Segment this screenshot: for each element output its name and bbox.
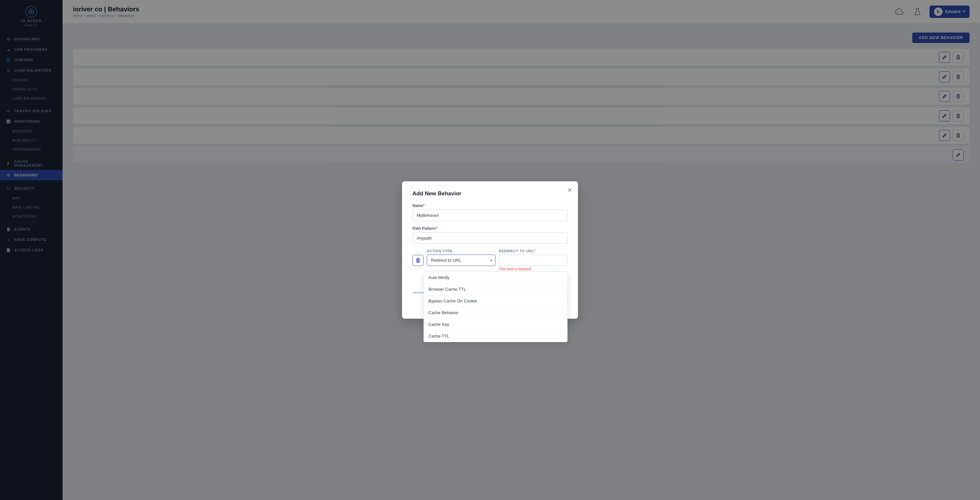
action-type-group: Action Type Redirect to URL Auto Minify …: [427, 249, 496, 266]
action-type-select[interactable]: Redirect to URL Auto Minify Browser Cach…: [427, 254, 496, 266]
action-row: Action Type Redirect to URL Auto Minify …: [412, 249, 568, 271]
modal-close-button[interactable]: ✕: [567, 187, 572, 194]
svg-rect-7: [417, 259, 419, 262]
delete-action-button[interactable]: [412, 255, 423, 266]
dropdown-item-cache-key[interactable]: Cache Key: [424, 319, 567, 330]
dropdown-item-auto-minify[interactable]: Auto Minify: [424, 272, 567, 283]
path-input[interactable]: [412, 232, 568, 244]
modal-title: Add New Behavior: [412, 190, 568, 197]
dropdown-item-browser-cache-ttl[interactable]: Browser Cache TTL: [424, 284, 567, 295]
dropdown-item-cache-ttl[interactable]: Cache TTL: [424, 330, 567, 342]
dropdown-item-bypass-cache-cookie[interactable]: Bypass Cache On Cookie: [424, 295, 567, 306]
add-behavior-modal: Add New Behavior ✕ Name* Path Pattern* A…: [402, 181, 578, 319]
redirect-url-label: Redirect to URL*: [499, 249, 568, 253]
name-input[interactable]: [412, 210, 568, 221]
path-label: Path Pattern*: [412, 226, 568, 231]
path-pattern-group: Path Pattern*: [412, 226, 568, 244]
action-type-dropdown: Auto Minify Browser Cache TTL Bypass Cac…: [423, 271, 568, 342]
redirect-url-input[interactable]: [499, 254, 568, 266]
dropdown-item-cache-behavior[interactable]: Cache Behavior: [424, 307, 567, 318]
action-type-select-wrap: Redirect to URL Auto Minify Browser Cach…: [427, 254, 496, 266]
redirect-url-group: Redirect to URL* This field is required: [499, 249, 568, 271]
modal-overlay[interactable]: Add New Behavior ✕ Name* Path Pattern* A…: [0, 0, 980, 500]
name-field-group: Name*: [412, 203, 568, 221]
error-message: This field is required: [499, 267, 568, 271]
action-type-label: Action Type: [427, 249, 496, 253]
name-label: Name*: [412, 203, 568, 208]
